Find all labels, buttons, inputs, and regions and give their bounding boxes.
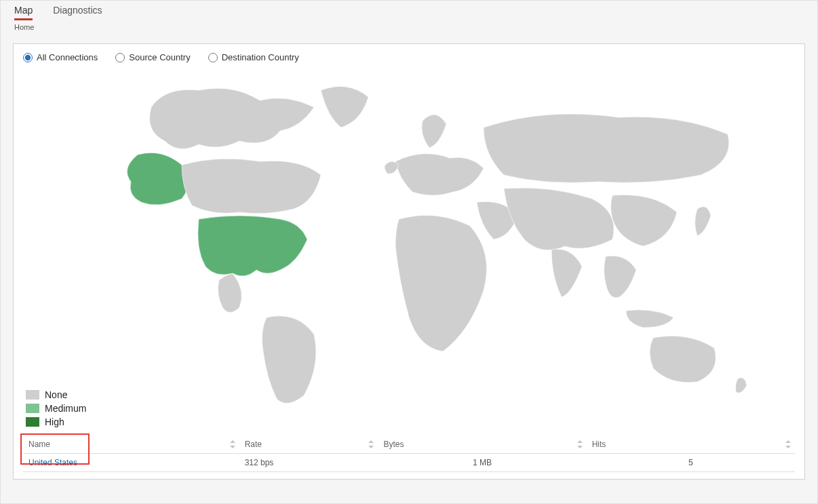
col-hits[interactable]: Hits (587, 435, 795, 454)
table-header-row: Name Rate Bytes Hits (23, 435, 795, 454)
legend-swatch-high (26, 417, 39, 427)
breadcrumb[interactable]: Home (1, 20, 817, 35)
map-legend: None Medimum High (26, 388, 86, 429)
tab-bar: Map Diagnostics (1, 1, 817, 20)
cell-hits: 5 (587, 454, 795, 472)
cell-rate: 312 bps (239, 454, 378, 472)
filter-destination-country[interactable]: Destination Country (208, 52, 299, 62)
legend-label-none: None (45, 388, 67, 402)
country-usa-alaska (127, 153, 189, 205)
filter-destination-country-label: Destination Country (222, 52, 299, 62)
legend-high: High (26, 415, 86, 429)
sort-icon[interactable] (785, 440, 791, 448)
filter-radio-group: All Connections Source Country Destinati… (23, 52, 795, 62)
cell-name[interactable]: United States (23, 454, 239, 472)
cell-bytes: 1 MB (378, 454, 586, 472)
filter-source-country-input[interactable] (115, 53, 125, 62)
col-name-label: Name (28, 440, 50, 449)
sort-icon[interactable] (368, 440, 374, 448)
filter-source-country-label: Source Country (129, 52, 190, 62)
filter-source-country[interactable]: Source Country (115, 52, 190, 62)
sort-icon[interactable] (577, 440, 583, 448)
world-map-svg (29, 66, 789, 419)
filter-all-connections[interactable]: All Connections (23, 52, 98, 62)
legend-swatch-none (26, 390, 39, 400)
legend-medium: Medimum (26, 402, 86, 415)
table-row[interactable]: United States 312 bps 1 MB 5 (23, 454, 795, 472)
col-bytes[interactable]: Bytes (378, 435, 586, 454)
filter-destination-country-input[interactable] (208, 53, 218, 62)
country-usa (198, 216, 307, 276)
main-panel: All Connections Source Country Destinati… (13, 43, 805, 480)
legend-label-high: High (45, 415, 64, 429)
filter-all-connections-label: All Connections (37, 52, 98, 62)
col-hits-label: Hits (592, 440, 606, 449)
legend-swatch-medium (26, 404, 39, 413)
col-rate-label: Rate (245, 440, 262, 449)
col-rate[interactable]: Rate (239, 435, 378, 454)
tab-diagnostics[interactable]: Diagnostics (53, 2, 102, 20)
tab-map[interactable]: Map (14, 2, 33, 20)
col-name[interactable]: Name (23, 435, 239, 454)
page-root: Map Diagnostics Home All Connections Sou… (0, 0, 818, 504)
legend-none: None (26, 388, 86, 402)
sort-icon[interactable] (230, 440, 235, 448)
legend-label-medium: Medimum (45, 402, 86, 415)
connections-table: Name Rate Bytes Hits (23, 435, 795, 472)
filter-all-connections-input[interactable] (23, 53, 33, 62)
world-map[interactable]: None Medimum High (23, 66, 795, 433)
col-bytes-label: Bytes (383, 440, 404, 449)
